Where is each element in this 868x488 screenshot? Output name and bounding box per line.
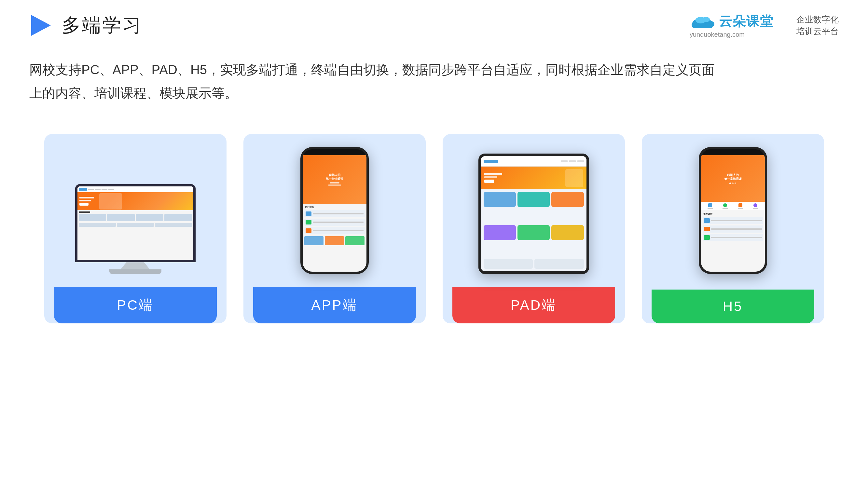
h5-image-area: 职场人的第一堂沟通课 <box>652 150 814 274</box>
logo-left: 多端学习 <box>29 13 143 38</box>
svg-marker-0 <box>31 15 51 36</box>
brand-tagline: 企业数字化 培训云平台 <box>797 14 839 37</box>
brand-url: yunduoketang.com <box>690 31 745 38</box>
pc-stand <box>121 262 150 269</box>
card-app: 职场人的第一堂沟通课 热门课程 <box>243 134 426 323</box>
play-icon <box>29 14 53 37</box>
card-h5: 职场人的第一堂沟通课 <box>642 134 824 323</box>
app-label[interactable]: APP端 <box>253 287 416 323</box>
svg-point-6 <box>702 17 710 22</box>
cards-section: PC端 职场人的第一堂沟通课 <box>0 105 868 323</box>
brand-name: 云朵课堂 <box>719 12 774 30</box>
pad-image-area <box>453 150 615 274</box>
description-line2: 上的内容、培训课程、模块展示等。 <box>29 82 752 105</box>
pc-mockup <box>73 184 197 274</box>
phone-mockup: 职场人的第一堂沟通课 热门课程 <box>301 147 369 274</box>
brand-logo: 云朵课堂 yunduoketang.com <box>690 12 774 38</box>
header: 多端学习 云朵课堂 yunduoketang.com <box>0 0 868 38</box>
logo-right: 云朵课堂 yunduoketang.com 企业数字化 培训云平台 <box>690 12 839 38</box>
pc-label[interactable]: PC端 <box>54 287 217 323</box>
h5-label[interactable]: H5 <box>652 290 814 323</box>
page-title: 多端学习 <box>62 13 143 38</box>
description-line1: 网校支持PC、APP、PAD、H5，实现多端打通，终端自由切换，数据同步跨平台自… <box>29 58 752 82</box>
svg-rect-7 <box>692 25 712 28</box>
pad-label[interactable]: PAD端 <box>453 287 615 323</box>
pc-image-area <box>54 150 217 274</box>
enterprise-line2: 培训云平台 <box>797 25 839 37</box>
card-pad: PAD端 <box>443 134 625 323</box>
header-divider <box>785 15 785 35</box>
app-image-area: 职场人的第一堂沟通课 热门课程 <box>253 150 416 274</box>
enterprise-line1: 企业数字化 <box>797 14 839 25</box>
pc-base <box>110 269 161 274</box>
tablet-mockup <box>478 154 589 274</box>
cloud-icon <box>690 13 716 30</box>
description-block: 网校支持PC、APP、PAD、H5，实现多端打通，终端自由切换，数据同步跨平台自… <box>0 38 781 105</box>
card-pc: PC端 <box>44 134 226 323</box>
phone-mockup-h5: 职场人的第一堂沟通课 <box>699 147 767 274</box>
pc-screen <box>75 184 195 262</box>
